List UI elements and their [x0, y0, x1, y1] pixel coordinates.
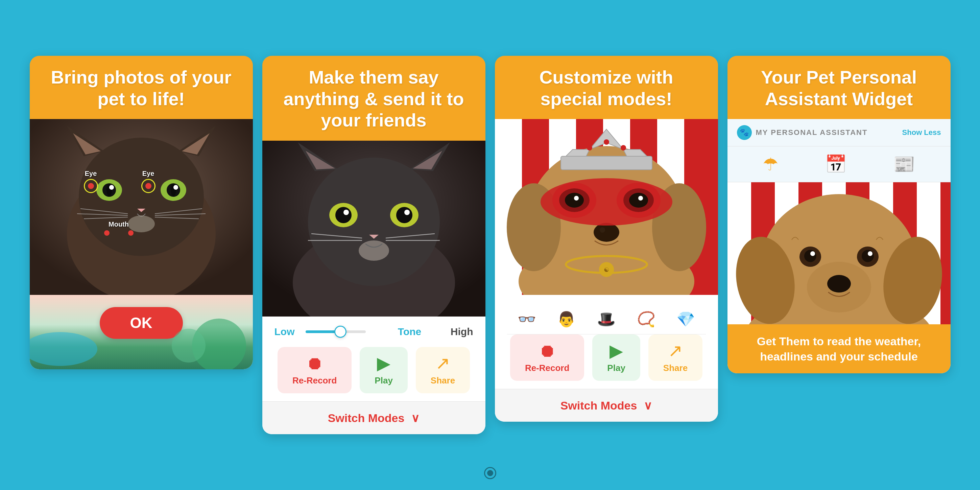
eye-marker-left[interactable]: Eye [84, 170, 98, 193]
mouth-marker[interactable]: Mouth [104, 221, 134, 236]
share-button-2[interactable]: ↗ Share [416, 347, 470, 393]
svg-point-31 [335, 207, 352, 223]
chevron-down-icon-3: ∨ [644, 399, 652, 412]
glasses-icon[interactable]: 👓 [517, 310, 536, 328]
record-button-3[interactable]: ⏺ Re-Record [510, 334, 584, 381]
svg-point-37 [359, 240, 389, 261]
necklace-icon[interactable]: 📿 [637, 310, 655, 328]
card-1: Bring photos of your pet to life! [30, 56, 253, 369]
svg-point-73 [604, 139, 609, 145]
news-icon[interactable]: 📰 [893, 154, 915, 175]
wavy-decoration [33, 344, 97, 359]
weather-icon[interactable]: ☂ [763, 154, 778, 175]
svg-point-94 [868, 251, 872, 256]
share-button-3[interactable]: ↗ Share [648, 334, 702, 381]
svg-point-35 [404, 210, 410, 215]
tone-mid-label: Tone [377, 326, 442, 337]
assistant-label-row: 🐾 MY PERSONAL ASSISTANT [737, 125, 868, 140]
assistant-icon: 🐾 [737, 125, 752, 140]
calendar-icon[interactable]: 📅 [825, 154, 847, 175]
show-less-button[interactable]: Show Less [902, 128, 941, 137]
card4-bottom-label: Get Them to read the weather, headlines … [757, 335, 921, 363]
mustache-icon[interactable]: 👨 [557, 310, 576, 328]
card3-body: ☯ 👓 👨 🎩 📿 💎 ⏺ Re-Record ▶ [495, 119, 718, 422]
tone-slider-thumb[interactable] [334, 326, 347, 338]
eye-right-label: Eye [142, 170, 154, 178]
eye-left-label: Eye [85, 170, 97, 178]
chevron-down-icon-2: ∨ [411, 411, 420, 425]
mouth-dot-right [128, 230, 134, 236]
eye-left-dot [88, 183, 94, 189]
share-label-3: Share [663, 363, 687, 373]
svg-point-91 [810, 251, 815, 256]
page-indicator [484, 467, 496, 479]
svg-point-25 [308, 158, 440, 286]
svg-point-67 [638, 196, 643, 200]
svg-point-32 [344, 210, 349, 215]
ok-button[interactable]: OK [100, 307, 183, 339]
svg-point-64 [565, 193, 584, 208]
card4-icons-row: ☂ 📅 📰 [727, 146, 951, 182]
eye-left-circle[interactable] [84, 179, 98, 193]
eye-marker-right[interactable]: Eye [141, 170, 156, 193]
switch-modes-bar-2[interactable]: Switch Modes ∨ [262, 401, 485, 434]
share-icon-3: ↗ [668, 342, 683, 360]
main-container: Bring photos of your pet to life! [13, 42, 967, 448]
indicator-circle [484, 467, 496, 479]
markers-overlay: Eye Eye Mouth [30, 119, 253, 295]
tone-slider-row: Low Tone High [275, 326, 473, 337]
mouth-dots-row [104, 230, 134, 236]
switch-modes-text-2: Switch Modes [328, 412, 405, 425]
dog-photo-3: ☯ [495, 119, 718, 295]
card3-title: Customize with special modes! [508, 67, 705, 110]
svg-point-65 [574, 196, 579, 200]
card3-image: ☯ [495, 119, 718, 295]
play-label-2: Play [375, 375, 393, 386]
svg-rect-71 [561, 156, 652, 170]
accessories-row: 👓 👨 🎩 📿 💎 [507, 304, 706, 334]
play-icon-2: ▶ [377, 355, 390, 372]
svg-point-90 [804, 250, 816, 262]
card-4: Your Pet Personal Assistant Widget 🐾 MY … [727, 56, 951, 373]
card4-title: Your Pet Personal Assistant Widget [741, 67, 937, 110]
card-2: Make them say anything & send it to your… [262, 56, 485, 434]
card2-controls: Low Tone High ⏺ Re-Record ▶ [262, 317, 485, 401]
card4-bottom-text-area: Get Them to read the weather, headlines … [727, 324, 951, 373]
record-button-2[interactable]: ⏺ Re-Record [278, 347, 352, 393]
switch-modes-text-3: Switch Modes [560, 399, 637, 412]
svg-point-66 [629, 193, 648, 208]
card1-bottom: OK [30, 295, 253, 369]
tone-slider-track [305, 330, 366, 333]
action-buttons-3: ⏺ Re-Record ▶ Play ↗ Share [507, 334, 706, 389]
play-button-2[interactable]: ▶ Play [360, 347, 408, 393]
svg-point-57 [593, 223, 619, 242]
play-icon-3: ▶ [609, 342, 623, 360]
assistant-icon-symbol: 🐾 [740, 128, 749, 137]
card4-top-bar: 🐾 MY PERSONAL ASSISTANT Show Less [727, 119, 951, 146]
card4-header: Your Pet Personal Assistant Widget [727, 56, 951, 119]
card-3: Customize with special modes! [495, 56, 718, 422]
share-icon-2: ↗ [435, 355, 450, 372]
card1-title: Bring photos of your pet to life! [43, 67, 239, 110]
tone-slider-container[interactable] [303, 330, 369, 333]
blob-green-small [172, 329, 205, 363]
card4-body: 🐾 MY PERSONAL ASSISTANT Show Less ☂ 📅 📰 [727, 119, 951, 373]
mouth-dot-left [104, 230, 110, 236]
hat-icon[interactable]: 🎩 [597, 310, 616, 328]
action-buttons-2: ⏺ Re-Record ▶ Play ↗ Share [275, 347, 473, 401]
record-label-3: Re-Record [525, 363, 569, 373]
play-button-3[interactable]: ▶ Play [592, 334, 640, 381]
eye-right-circle[interactable] [141, 179, 156, 193]
assistant-label-text: MY PERSONAL ASSISTANT [756, 128, 868, 137]
earrings-icon[interactable]: 💎 [676, 310, 695, 328]
record-label-2: Re-Record [293, 375, 337, 386]
svg-point-58 [600, 227, 605, 233]
switch-modes-bar-3[interactable]: Switch Modes ∨ [495, 389, 718, 422]
dog-photo-4 [727, 182, 951, 324]
card3-controls: 👓 👨 🎩 📿 💎 ⏺ Re-Record ▶ Play [495, 295, 718, 389]
svg-point-74 [620, 145, 626, 151]
tone-high-label: High [450, 326, 473, 337]
record-icon-2: ⏺ [306, 355, 323, 372]
record-icon-3: ⏺ [539, 342, 556, 360]
card2-header: Make them say anything & send it to your… [262, 56, 485, 141]
